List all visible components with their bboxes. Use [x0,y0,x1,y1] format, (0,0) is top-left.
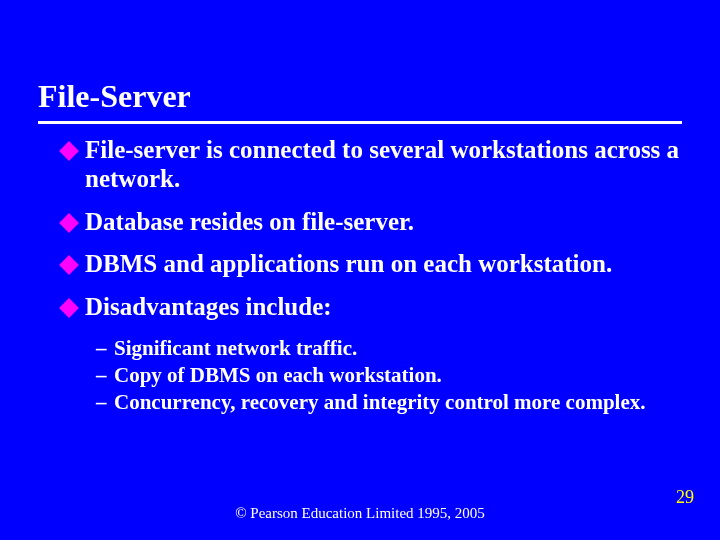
bullet-level1: Disadvantages include: [62,293,680,322]
dash-bullet-icon: – [96,363,114,388]
sub-bullet-text: Copy of DBMS on each workstation. [114,363,442,388]
slide-title: File-Server [38,78,682,115]
sub-bullets: – Significant network traffic. – Copy of… [96,336,680,416]
footer-copyright: © Pearson Education Limited 1995, 2005 [0,505,720,522]
bullet-text: Database resides on file-server. [85,208,414,237]
bullet-text: File-server is connected to several work… [85,136,680,194]
diamond-bullet-icon [59,255,79,275]
bullet-level2: – Copy of DBMS on each workstation. [96,363,680,388]
diamond-bullet-icon [59,298,79,318]
bullet-level2: – Concurrency, recovery and integrity co… [96,390,680,415]
bullet-level1: DBMS and applications run on each workst… [62,250,680,279]
bullet-level1: Database resides on file-server. [62,208,680,237]
slide: File-Server File-server is connected to … [0,0,720,540]
dash-bullet-icon: – [96,390,114,415]
sub-bullet-text: Significant network traffic. [114,336,357,361]
slide-body: File-server is connected to several work… [62,136,680,417]
bullet-text: Disadvantages include: [85,293,332,322]
dash-bullet-icon: – [96,336,114,361]
bullet-text: DBMS and applications run on each workst… [85,250,612,279]
page-number: 29 [676,487,694,508]
diamond-bullet-icon [59,141,79,161]
sub-bullet-text: Concurrency, recovery and integrity cont… [114,390,646,415]
title-underline [38,121,682,124]
title-area: File-Server [38,78,682,124]
diamond-bullet-icon [59,213,79,233]
bullet-level2: – Significant network traffic. [96,336,680,361]
bullet-level1: File-server is connected to several work… [62,136,680,194]
